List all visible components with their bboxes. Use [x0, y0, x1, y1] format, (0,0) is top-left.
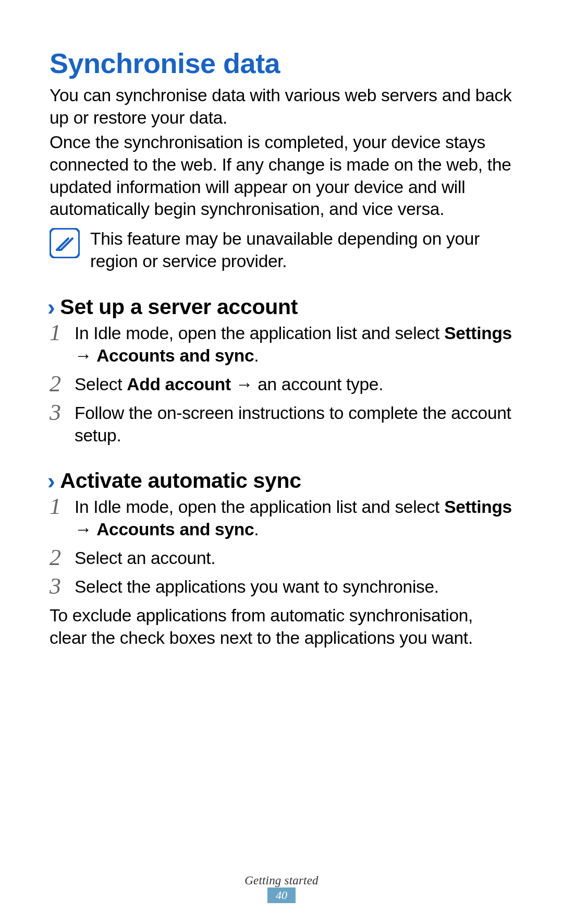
steps-list-2: In Idle mode, open the application list …: [50, 496, 513, 598]
chevron-right-icon: ›: [47, 470, 55, 493]
step-text: Select: [75, 375, 127, 394]
note-text: This feature may be unavailable dependin…: [90, 228, 513, 273]
step-bold: Accounts and sync: [96, 346, 254, 365]
step-text: .: [254, 346, 259, 365]
arrow-icon: →: [75, 345, 92, 367]
step-item: Select the applications you want to sync…: [50, 576, 513, 598]
step-text: an account type.: [253, 375, 383, 394]
manual-page: Synchronise data You can synchronise dat…: [0, 0, 563, 924]
page-title: Synchronise data: [50, 47, 513, 79]
subheading-activate-sync: › Activate automatic sync: [50, 469, 513, 493]
step-item: In Idle mode, open the application list …: [50, 496, 513, 541]
arrow-icon: →: [236, 374, 253, 396]
step-item: Follow the on-screen instructions to com…: [50, 402, 513, 447]
page-number-badge: 40: [267, 887, 296, 903]
step-text: In Idle mode, open the application list …: [75, 497, 444, 517]
step-text: In Idle mode, open the application list …: [75, 323, 444, 343]
trailing-paragraph: To exclude applications from automatic s…: [50, 605, 513, 650]
step-item: Select Add account → an account type.: [50, 374, 513, 396]
subheading-text: Activate automatic sync: [60, 469, 301, 493]
step-item: In Idle mode, open the application list …: [50, 322, 513, 367]
steps-list-1: In Idle mode, open the application list …: [50, 322, 513, 447]
intro-paragraph-2: Once the synchronisation is completed, y…: [50, 131, 513, 221]
step-text: .: [254, 520, 259, 539]
chevron-right-icon: ›: [47, 296, 55, 319]
subheading-text: Set up a server account: [60, 295, 298, 319]
step-bold: Settings: [444, 323, 512, 343]
note-icon: [50, 228, 80, 258]
subheading-setup-server: › Set up a server account: [50, 295, 513, 319]
page-footer: Getting started 40: [0, 874, 563, 903]
step-item: Select an account.: [50, 547, 513, 570]
arrow-icon: →: [75, 519, 92, 541]
footer-section-label: Getting started: [0, 874, 563, 887]
note-block: This feature may be unavailable dependin…: [50, 228, 513, 273]
intro-paragraph-1: You can synchronise data with various we…: [50, 85, 513, 129]
step-bold: Accounts and sync: [96, 520, 254, 539]
step-bold: Settings: [444, 497, 512, 517]
step-bold: Add account: [127, 375, 231, 394]
